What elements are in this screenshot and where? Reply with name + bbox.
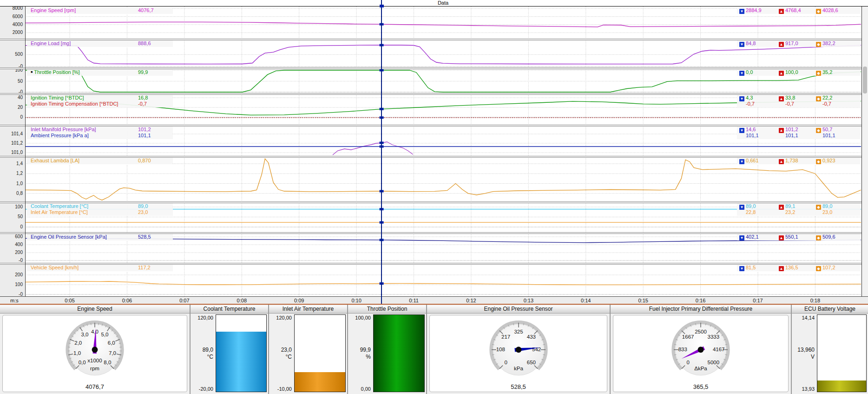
max-stat: 23,2 (785, 209, 795, 215)
gauge-fuel-injector-primary-differential-pressure: Fuel Injector Primary Differential Press… (611, 305, 791, 394)
channel-name-engine-speed[interactable]: Engine Speed [rpm] (31, 7, 76, 13)
bar-current-value: 23,0°C (281, 347, 292, 361)
time-cursor[interactable] (381, 0, 382, 304)
channel-current-value: 4076,7 (138, 7, 154, 13)
avg-icon: ◆ (816, 42, 821, 47)
min-stat: ▼81,5 (739, 265, 756, 271)
min-value: 4,3 (746, 95, 753, 100)
y-tick-label: 400 (0, 242, 23, 247)
strip-separator[interactable] (0, 201, 861, 203)
y-tick-label: 0,8 (0, 191, 23, 196)
strip-separator[interactable] (0, 67, 861, 69)
channel-name-engine-oil-pressure[interactable]: Engine Oil Pressure Sensor [kPa] (31, 234, 107, 240)
channel-name-ignition-timing-2[interactable]: Ignition Timing Compensation [°BTDC] (31, 101, 118, 107)
time-axis: m:s 0:050:060:070:080:090:100:110:120:13… (0, 296, 868, 304)
max-value: 101,1 (785, 133, 798, 138)
channel-name-vehicle-speed[interactable]: Vehicle Speed [km/h] (31, 265, 79, 270)
dial-scale-label: 4167 (713, 347, 725, 352)
scrollbar-thumb[interactable] (863, 67, 867, 93)
dial-multiplier-label: x1000 (87, 358, 102, 363)
gauge-engine-speed: Engine Speed0,01,02,03,04,05,06,07,08,0x… (0, 305, 190, 394)
dial-scale-label: 0,0 (79, 360, 86, 365)
channel-name-inlet-manifold-pressure-2[interactable]: Ambient Pressure [kPa a] (31, 133, 89, 138)
channel-row: Ambient Pressure [kPa a]101,1101,1101,11… (0, 133, 868, 139)
min-stat: -0,7 (746, 101, 755, 107)
dial-scale-label: 0 (686, 360, 689, 365)
avg-stat: ◆50,7 (816, 127, 832, 133)
avg-stat: ◆22,2 (816, 95, 832, 101)
chart-strip-stack: 8000600040002000Engine Speed [rpm]4076,7… (0, 0, 868, 304)
channel-name-inlet-manifold-pressure[interactable]: Inlet Manifold Pressure [kPa] (31, 127, 96, 132)
gauge-title[interactable]: Engine Oil Pressure Sensor (427, 305, 610, 314)
channel-strip-throttle-position: 10050-0■Throttle Position [%]99,9▼0,0▲10… (0, 68, 868, 94)
avg-value: 107,2 (822, 265, 835, 270)
max-stat: ▲136,5 (779, 265, 798, 271)
gauge-title[interactable]: Throttle Position (348, 305, 426, 314)
avg-stat: ◆509,6 (816, 234, 835, 240)
min-value: 81,5 (746, 265, 756, 270)
channel-name-coolant-temperature-2[interactable]: Inlet Air Temperature [°C] (31, 209, 88, 215)
max-value: 101,2 (785, 127, 798, 132)
channel-name-ignition-timing[interactable]: Ignition Timing [°BTDC] (31, 95, 84, 100)
max-value: 4768,4 (785, 7, 801, 13)
strip-separator[interactable] (0, 232, 861, 234)
gauge-title[interactable]: Engine Speed (0, 305, 190, 314)
min-value: 0,0 (746, 69, 753, 75)
time-tick-label: 0:11 (409, 298, 419, 303)
gauge-title[interactable]: Coolant Temperature (191, 305, 268, 314)
dial-scale-label: 833 (678, 347, 687, 352)
strip-separator[interactable] (0, 156, 861, 158)
max-icon: ▲ (779, 42, 784, 47)
time-tick-label: 0:17 (753, 298, 763, 303)
min-value: 22,8 (746, 209, 756, 215)
strip-separator[interactable] (0, 125, 861, 127)
min-stat: ▼4,3 (739, 95, 753, 101)
dial-scale-label: 108 (496, 347, 505, 352)
gauge-title[interactable]: Fuel Injector Primary Differential Press… (611, 305, 791, 314)
channel-name-engine-load[interactable]: Engine Load [mg] (31, 40, 71, 46)
time-tick-label: 0:18 (810, 298, 820, 303)
gauge-panel: Engine Speed0,01,02,03,04,05,06,07,08,0x… (0, 305, 868, 394)
max-value: 23,2 (785, 209, 795, 215)
dial-scale-label: 1,0 (73, 350, 81, 356)
bar-max-label: 120,00 (276, 315, 292, 321)
tab-data[interactable]: Data (25, 0, 861, 6)
time-cursor-handle-icon[interactable] (380, 5, 384, 7)
vertical-scrollbar[interactable] (862, 7, 868, 296)
dial-unit-label: ΔkPa (694, 366, 707, 371)
dial-unit-label: rpm (90, 366, 99, 371)
max-icon: ▲ (779, 235, 784, 240)
max-value: 917,0 (785, 40, 798, 46)
channel-strip-coolant-temperature: 100500Coolant Temperature [°C]89,0▼89,0▲… (0, 202, 868, 233)
min-value: -0,7 (746, 101, 755, 107)
min-value: 2884,9 (746, 7, 762, 13)
gauge-title[interactable]: ECU Battery Voltage (792, 305, 868, 314)
strip-separator[interactable] (0, 263, 861, 265)
time-tick-label: 0:15 (638, 298, 648, 303)
y-tick-label: 101,2 (0, 140, 23, 146)
channel-name-exhaust-lambda[interactable]: Exhaust Lambda [LA] (31, 158, 79, 163)
dial-scale-label: 3,0 (81, 332, 89, 337)
channel-name-throttle-position[interactable]: ■Throttle Position [%] (31, 69, 80, 75)
bar-current-value: 13,960V (797, 347, 815, 361)
max-stat: ▲1,738 (779, 158, 798, 164)
channel-name-coolant-temperature[interactable]: Coolant Temperature [°C] (31, 203, 88, 209)
bar-gauge: 120,0089,0°C-20,00 (191, 314, 267, 393)
y-tick-label: 200 (0, 250, 23, 255)
bar-gauge-track (817, 314, 867, 392)
min-icon: ▼ (739, 235, 744, 240)
strip-separator[interactable] (0, 93, 861, 95)
y-tick-label: 0 (0, 224, 23, 229)
channel-row: Engine Load [mg]888,6▼84,8▲917,0◆382,2 (0, 40, 868, 47)
y-tick-label: 1,2 (0, 171, 23, 176)
avg-value: 0,923 (822, 158, 835, 163)
avg-stat: ◆4028,6 (816, 7, 838, 14)
channel-current-value: 89,0 (138, 203, 148, 209)
max-stat: ▲917,0 (779, 40, 798, 47)
strip-separator[interactable] (0, 39, 861, 40)
channel-row: ■Throttle Position [%]99,9▼0,0▲100,0◆35,… (0, 69, 868, 75)
bar-gauge: 14,1413,960V13,93 (793, 314, 867, 393)
gauge-title[interactable]: Inlet Air Temperature (269, 305, 347, 314)
dial-gauge-box: 0,01,02,03,04,05,06,07,08,0x1000rpm4076,… (2, 315, 187, 392)
max-stat: ▲100,0 (779, 69, 798, 76)
